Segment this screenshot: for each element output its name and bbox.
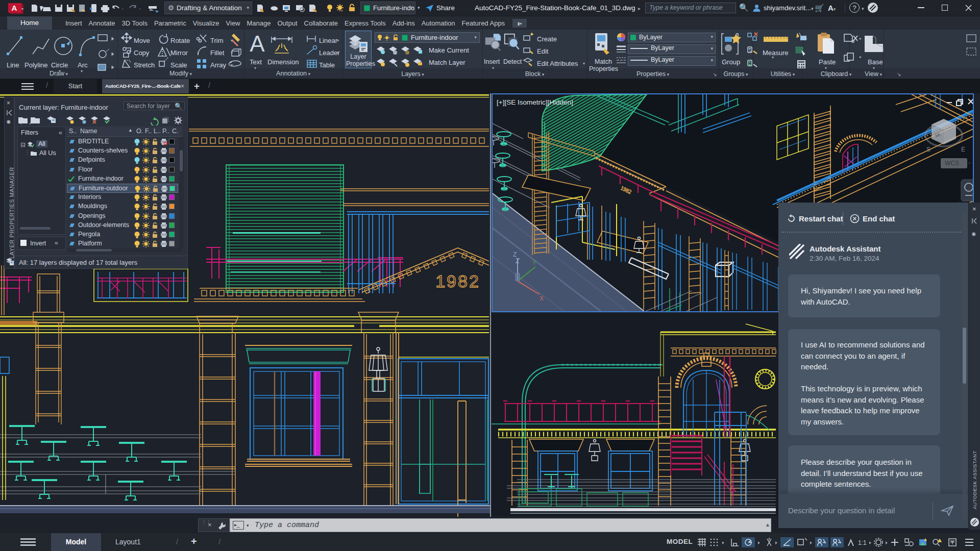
svg-text:[+][SE Isometric][Hidden]: [+][SE Isometric][Hidden] [497,98,573,106]
svg-text:▾: ▾ [968,160,971,166]
svg-text:WCS: WCS [945,160,959,167]
svg-text:A: A [12,4,17,12]
svg-text:1982: 1982 [620,185,632,195]
svg-text:X: X [540,295,544,302]
svg-text:S: S [926,146,930,153]
svg-text:E: E [961,146,965,153]
svg-text:1982: 1982 [435,271,480,291]
svg-text:Y: Y [532,259,536,266]
svg-text:1:1: 1:1 [858,539,867,546]
svg-text:Z: Z [513,251,517,258]
